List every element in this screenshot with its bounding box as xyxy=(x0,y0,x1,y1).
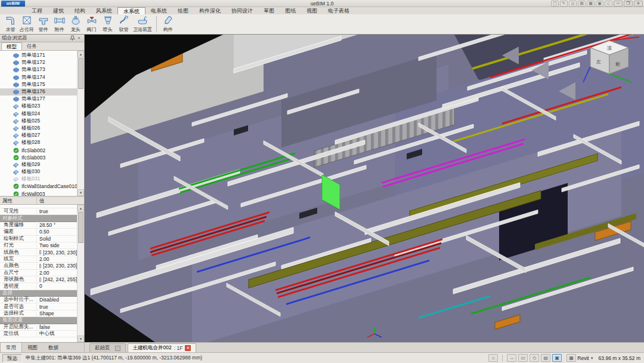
tool-label: 龙头 xyxy=(71,26,80,33)
scroll-down-icon[interactable]: ▼ xyxy=(78,189,84,196)
window-title: ueBIM 1.0 xyxy=(0,1,644,7)
ribbon-toolbar: 水管 占位符 管件 附件 龙头 阀门 喷头 软管 xyxy=(0,14,644,35)
ribbon-tab[interactable]: 草图 xyxy=(258,7,280,14)
ribbon-tab[interactable]: 建筑 xyxy=(48,7,69,14)
pin-icon[interactable] xyxy=(69,35,76,41)
ribbon-tab[interactable]: 图纸 xyxy=(280,7,301,14)
tree-item[interactable]: 楼板029 xyxy=(0,161,77,168)
tool-icon xyxy=(137,15,148,26)
tree-item[interactable]: 楼板028 xyxy=(0,139,77,146)
tree-item[interactable]: 简单墙174 xyxy=(0,74,77,81)
tool-button[interactable]: 构件 xyxy=(160,14,176,34)
tool-button[interactable]: 附件 xyxy=(51,14,67,34)
ribbon-tab[interactable]: 水系统 xyxy=(117,7,145,14)
sidebar-bottom-tab[interactable]: 视图 xyxy=(22,343,43,352)
tree-item[interactable]: IfcSlab002 xyxy=(0,146,77,153)
scroll-thumb[interactable] xyxy=(78,212,83,243)
tool-button[interactable]: 喷头 xyxy=(100,14,116,34)
tool-button[interactable]: 阀门 xyxy=(83,14,100,34)
tool-button[interactable]: 软管 xyxy=(116,14,132,34)
water-system-tools: 水管 占位符 管件 附件 龙头 阀门 喷头 软管 xyxy=(2,14,153,34)
svg-text:前: 前 xyxy=(615,61,620,67)
tree-item[interactable]: 楼板023 xyxy=(0,103,77,110)
tool-button[interactable]: 水管 xyxy=(2,14,18,34)
close-button[interactable]: ✕ xyxy=(634,1,643,7)
camera-icon[interactable]: ▤ xyxy=(541,354,550,362)
tree-item[interactable]: 简单墙176 xyxy=(0,88,77,96)
ribbon-tab[interactable]: 工程 xyxy=(26,7,48,14)
tool-icon xyxy=(21,15,32,26)
ribbon-tab[interactable]: 构件深化 xyxy=(194,7,226,14)
tree-item[interactable]: IfcSlab003 xyxy=(0,154,77,161)
document-tab[interactable]: 土建机电合并002 : 1F ✕ xyxy=(128,343,197,352)
color-swatch xyxy=(39,250,41,254)
tool-label: 占位符 xyxy=(20,26,34,33)
home-view-icon[interactable]: ⌂ xyxy=(488,354,498,362)
tree-item[interactable]: 简单墙172 xyxy=(0,59,77,66)
browser-tab[interactable]: 模型 xyxy=(1,42,22,50)
ribbon-tab[interactable]: 视图 xyxy=(301,7,323,14)
new-file-icon[interactable]: ▢ xyxy=(551,1,559,7)
tree-item[interactable]: 楼板031 xyxy=(0,176,77,183)
viewport-3d[interactable]: 顶 左 前 xyxy=(85,35,644,342)
folder-icon[interactable]: ▦ xyxy=(587,1,595,7)
tree-item[interactable]: 简单墙175 xyxy=(0,81,77,88)
wireframe-icon[interactable]: ▭ xyxy=(518,354,528,362)
tool-button[interactable]: 占位符 xyxy=(18,14,35,34)
scroll-up-icon[interactable]: ▲ xyxy=(78,205,84,211)
scroll-thumb[interactable] xyxy=(78,58,83,89)
tree-item[interactable]: 楼板024 xyxy=(0,110,77,118)
tool-button[interactable]: 管件 xyxy=(35,14,51,34)
tree-item[interactable]: IfcWall003 xyxy=(0,190,77,197)
tree-item-icon xyxy=(13,96,20,102)
scroll-down-icon[interactable]: ▼ xyxy=(78,336,84,342)
tree-scrollbar[interactable]: ▲ ▼ xyxy=(77,51,84,196)
tree-item[interactable]: IfcWallStandardCase010 xyxy=(0,183,77,190)
sidebar-bottom-tabs: 常用视图数据 xyxy=(0,343,85,352)
tree-item[interactable]: 楼板025 xyxy=(0,118,77,125)
package-icon[interactable]: ▣ xyxy=(596,1,603,7)
ribbon-tab[interactable]: 协同设计 xyxy=(226,7,258,14)
tree-item[interactable]: 楼板026 xyxy=(0,125,77,132)
tree-item-icon xyxy=(13,82,20,88)
shaded-view-icon[interactable]: ▣ xyxy=(552,354,562,362)
tool-button[interactable]: 龙头 xyxy=(67,14,83,34)
fit-view-icon[interactable]: ↔ xyxy=(507,354,516,362)
tree-item[interactable]: 简单墙177 xyxy=(0,96,77,103)
tool-icon xyxy=(119,15,129,26)
axonometric-icon[interactable]: ◇ xyxy=(530,354,539,362)
restore-button[interactable]: ❐ xyxy=(624,1,633,7)
info-icon[interactable]: ◇ xyxy=(605,1,612,7)
ribbon-tab[interactable]: 绘图 xyxy=(172,7,194,14)
ribbon-tab[interactable]: 风系统 xyxy=(91,7,117,14)
engine-selector[interactable]: ▦ Revit ▼ xyxy=(566,354,593,362)
tree-item[interactable]: 楼板027 xyxy=(0,132,77,139)
edit-icon[interactable]: ✎ xyxy=(560,1,568,7)
property-grid-header: 属性 值 xyxy=(0,197,84,205)
status-tools: ⌂ ↔ ▭ ◇ ▤ ▣ ▦ Revit ▼ 63.96 m x 35.52 m xyxy=(488,354,642,362)
tree-item-icon xyxy=(13,118,20,124)
document-tab[interactable]: 起始页 ✕ xyxy=(89,343,126,352)
tool-button[interactable]: 卫浴装置 xyxy=(132,14,153,34)
minimize-button[interactable]: ─ xyxy=(614,1,623,7)
tree-item[interactable]: 楼板030 xyxy=(0,168,77,176)
tree-item-icon xyxy=(13,53,20,59)
sidebar-bottom-tab[interactable]: 数据 xyxy=(43,343,64,352)
tool-label: 管件 xyxy=(39,26,48,33)
ribbon-tab[interactable]: 电系统 xyxy=(145,7,172,14)
close-panel-icon[interactable]: × xyxy=(76,35,82,41)
user-icon[interactable]: ▤ xyxy=(578,1,586,7)
property-row[interactable]: 定位线 中心线 xyxy=(0,331,77,337)
sidebar-bottom-tab[interactable]: 常用 xyxy=(0,343,22,352)
browser-tab[interactable]: 任务 xyxy=(22,42,42,50)
tree-item[interactable]: 简单墙171 xyxy=(0,52,77,59)
property-scrollbar[interactable]: ▲ ▼ xyxy=(77,205,84,342)
svg-text:左: 左 xyxy=(596,59,601,64)
ribbon-tab[interactable]: 电子表格 xyxy=(323,7,355,14)
tree-item[interactable]: 简单墙173 xyxy=(0,66,77,73)
chevron-down-icon: ▼ xyxy=(590,356,594,360)
scroll-up-icon[interactable]: ▲ xyxy=(78,51,84,57)
ribbon-tab[interactable]: 结构 xyxy=(69,7,91,14)
target-icon[interactable]: ◎ xyxy=(569,1,577,7)
tab-close-icon[interactable]: ✕ xyxy=(185,345,191,351)
